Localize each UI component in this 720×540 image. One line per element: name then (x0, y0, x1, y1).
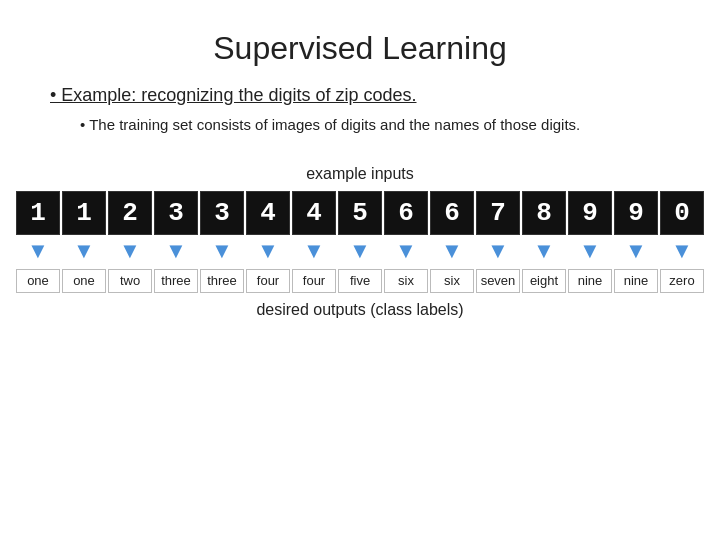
arrow-icon: ▼ (430, 237, 474, 265)
arrow-icon: ▼ (568, 237, 612, 265)
label-cell: zero (660, 269, 704, 293)
arrow-icon: ▼ (62, 237, 106, 265)
digit-cell: 8 (522, 191, 566, 235)
label-cell: seven (476, 269, 520, 293)
label-cell: four (246, 269, 290, 293)
digit-cell: 3 (154, 191, 198, 235)
digit-cell: 0 (660, 191, 704, 235)
arrow-icon: ▼ (154, 237, 198, 265)
label-cell: nine (568, 269, 612, 293)
bullet-main-text: • Example: recognizing the digits of zip… (50, 85, 580, 155)
digit-cell: 7 (476, 191, 520, 235)
digit-cell: 6 (430, 191, 474, 235)
digit-cell: 1 (62, 191, 106, 235)
label-cell: three (200, 269, 244, 293)
digit-cell: 5 (338, 191, 382, 235)
digit-cell: 9 (614, 191, 658, 235)
arrow-icon: ▼ (476, 237, 520, 265)
label-cell: one (16, 269, 60, 293)
example-inputs-label: example inputs (306, 165, 414, 183)
label-cell: eight (522, 269, 566, 293)
arrow-icon: ▼ (200, 237, 244, 265)
digit-cell: 3 (200, 191, 244, 235)
digit-cell: 9 (568, 191, 612, 235)
arrow-icon: ▼ (614, 237, 658, 265)
example-section: example inputs 112334456678990 ▼▼▼▼▼▼▼▼▼… (50, 165, 670, 319)
arrow-icon: ▼ (338, 237, 382, 265)
arrow-icon: ▼ (384, 237, 428, 265)
label-cell: two (108, 269, 152, 293)
arrow-icon: ▼ (246, 237, 290, 265)
digits-row: 112334456678990 (16, 191, 704, 235)
digit-cell: 2 (108, 191, 152, 235)
label-cell: six (384, 269, 428, 293)
arrow-icon: ▼ (522, 237, 566, 265)
digit-cell: 6 (384, 191, 428, 235)
digit-cell: 1 (16, 191, 60, 235)
label-cell: six (430, 269, 474, 293)
arrow-icon: ▼ (16, 237, 60, 265)
labels-row: oneonetwothreethreefourfourfivesixsixsev… (16, 269, 704, 293)
label-cell: four (292, 269, 336, 293)
slide-container: Supervised Learning • Example: recognizi… (0, 0, 720, 540)
digit-cell: 4 (246, 191, 290, 235)
label-cell: nine (614, 269, 658, 293)
arrow-icon: ▼ (108, 237, 152, 265)
slide-title: Supervised Learning (50, 30, 670, 67)
arrows-row: ▼▼▼▼▼▼▼▼▼▼▼▼▼▼▼ (16, 237, 704, 265)
arrow-icon: ▼ (660, 237, 704, 265)
label-cell: five (338, 269, 382, 293)
desired-outputs-label: desired outputs (class labels) (256, 301, 463, 319)
label-cell: one (62, 269, 106, 293)
digit-cell: 4 (292, 191, 336, 235)
label-cell: three (154, 269, 198, 293)
arrow-icon: ▼ (292, 237, 336, 265)
